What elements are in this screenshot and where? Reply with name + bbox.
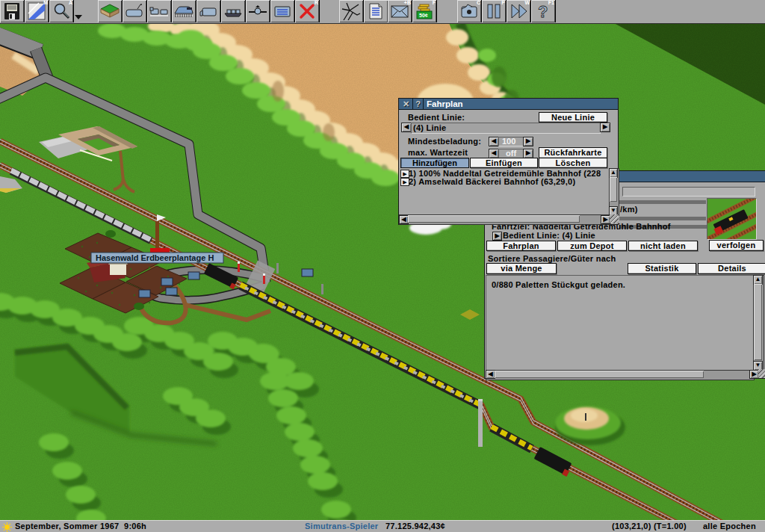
svg-text:?: ? bbox=[538, 2, 548, 21]
svg-text:Hasenwald Erdbeerplantage H: Hasenwald Erdbeerplantage H bbox=[96, 253, 214, 262]
svg-text:50¢: 50¢ bbox=[419, 13, 428, 18]
